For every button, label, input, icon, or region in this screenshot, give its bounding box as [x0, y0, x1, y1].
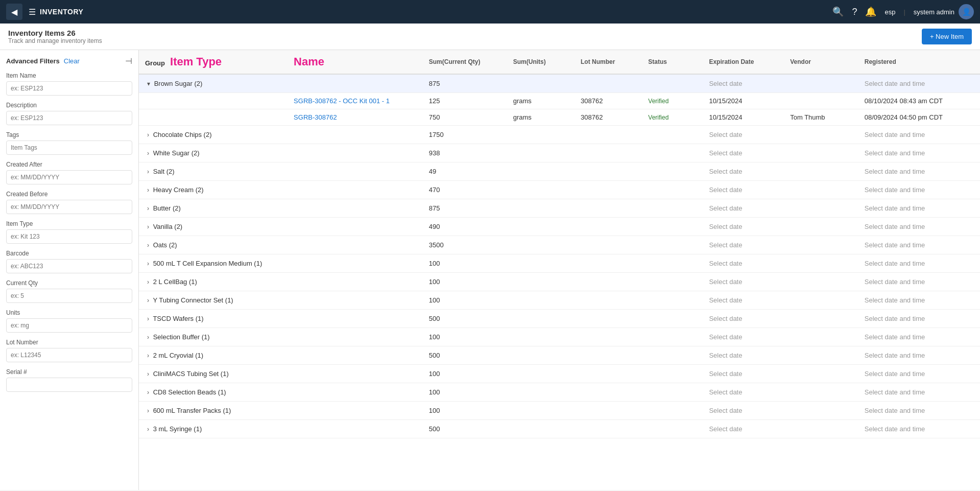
expand-button[interactable]: ›: [145, 297, 151, 304]
bell-icon-button[interactable]: 🔔: [865, 6, 876, 17]
child-sum-units-cell: grams: [507, 109, 575, 126]
table-header: Group Item Type Name Sum(Current Qty) Su…: [139, 50, 980, 74]
expand-button[interactable]: ›: [145, 205, 151, 212]
table-row[interactable]: › Y Tubing Connector Set (1) 100 Select …: [139, 291, 980, 310]
expand-button[interactable]: ›: [145, 278, 151, 286]
expand-button[interactable]: ›: [145, 223, 151, 230]
search-icon-button[interactable]: 🔍: [832, 6, 844, 17]
table-row[interactable]: › Butter (2) 875 Select date Select date…: [139, 199, 980, 218]
filter-input-item-type[interactable]: [6, 229, 132, 244]
new-item-button[interactable]: + New Item: [922, 29, 972, 44]
filter-input-current-qty[interactable]: [6, 289, 132, 303]
child-status-cell: Verified: [642, 93, 703, 109]
filter-group-barcode: Barcode: [6, 250, 132, 273]
table-row[interactable]: › CD8 Selection Beads (1) 100 Select dat…: [139, 383, 980, 402]
exp-cell: Select date: [703, 126, 784, 144]
expand-button[interactable]: ›: [145, 242, 151, 249]
clear-filters-link[interactable]: Clear: [64, 57, 80, 65]
item-link[interactable]: SGRB-308762: [294, 113, 337, 121]
table-row[interactable]: › 600 mL Transfer Packs (1) 100 Select d…: [139, 402, 980, 420]
table-row[interactable]: › 2 L CellBag (1) 100 Select date Select…: [139, 273, 980, 291]
lot-cell: [575, 291, 642, 310]
vendor-cell: [784, 365, 858, 383]
table-row[interactable]: › White Sugar (2) 938 Select date Select…: [139, 144, 980, 162]
vendor-cell: [784, 310, 858, 328]
item-link[interactable]: SGRB-308762 - OCC Kit 001 - 1: [294, 97, 390, 105]
main-layout: Advanced Filters Clear ⊣ Item NameDescri…: [0, 50, 980, 490]
table-row[interactable]: ▾ Brown Sugar (2) 875 Select date Select…: [139, 74, 980, 93]
name-cell: [288, 420, 423, 438]
page-header: Inventory Items 26 Track and manage inve…: [0, 24, 980, 50]
filter-input-lot-number[interactable]: [6, 348, 132, 362]
filter-group-current-qty: Current Qty: [6, 279, 132, 303]
exp-cell: Select date: [703, 181, 784, 199]
group-cell: › CliniMACS Tubing Set (1): [139, 365, 288, 383]
lot-cell: [575, 273, 642, 291]
table-row[interactable]: › CliniMACS Tubing Set (1) 100 Select da…: [139, 365, 980, 383]
sum-units-cell: [507, 365, 575, 383]
table-row[interactable]: › Salt (2) 49 Select date Select date an…: [139, 162, 980, 181]
vendor-cell: [784, 218, 858, 236]
sum-units-cell: [507, 310, 575, 328]
group-name: TSCD Wafers (1): [153, 315, 203, 322]
lot-cell: [575, 328, 642, 346]
table-row[interactable]: › Chocolate Chips (2) 1750 Select date S…: [139, 126, 980, 144]
filter-input-serial[interactable]: [6, 378, 132, 392]
sum-qty-cell: 100: [423, 328, 507, 346]
expand-button[interactable]: ›: [145, 150, 151, 157]
th-lot: Lot Number: [575, 50, 642, 74]
user-menu[interactable]: system admin 👤: [914, 4, 974, 19]
status-cell: [642, 199, 703, 218]
expand-button[interactable]: ›: [145, 352, 151, 359]
help-icon-button[interactable]: ?: [852, 7, 857, 17]
sidebar-collapse-button[interactable]: ⊣: [125, 56, 132, 66]
table-row[interactable]: › TSCD Wafers (1) 500 Select date Select…: [139, 310, 980, 328]
expand-button[interactable]: ›: [145, 186, 151, 194]
reg-cell: Select date and time: [858, 199, 980, 218]
expand-button[interactable]: ›: [145, 389, 151, 396]
group-cell: › Heavy Cream (2): [139, 181, 288, 199]
filter-input-item-name[interactable]: [6, 81, 132, 96]
table-row[interactable]: › 500 mL T Cell Expansion Medium (1) 100…: [139, 254, 980, 273]
filter-label-units: Units: [6, 309, 132, 316]
sum-qty-cell: 100: [423, 254, 507, 273]
page-subtitle: Track and manage inventory items: [8, 37, 102, 44]
filter-input-barcode[interactable]: [6, 259, 132, 273]
filter-label-created-after: Created After: [6, 161, 132, 168]
table-row[interactable]: › 3 mL Syringe (1) 500 Select date Selec…: [139, 420, 980, 438]
group-name: Selection Buffer (1): [153, 333, 210, 341]
expand-button[interactable]: ›: [145, 426, 151, 433]
filter-input-units[interactable]: [6, 318, 132, 333]
table-row[interactable]: › Heavy Cream (2) 470 Select date Select…: [139, 181, 980, 199]
name-cell: [288, 254, 423, 273]
group-name: Heavy Cream (2): [153, 186, 204, 194]
sum-qty-cell: 3500: [423, 236, 507, 254]
table-row[interactable]: › 2 mL Cryovial (1) 500 Select date Sele…: [139, 346, 980, 365]
filter-input-created-after[interactable]: [6, 170, 132, 184]
th-registered: Registered: [858, 50, 980, 74]
vendor-cell: [784, 199, 858, 218]
child-sum-qty-cell: 125: [423, 93, 507, 109]
table-row[interactable]: › Vanilla (2) 490 Select date Select dat…: [139, 218, 980, 236]
filter-input-description[interactable]: [6, 111, 132, 125]
filter-input-tags[interactable]: [6, 141, 132, 155]
child-lot-cell: 308762: [575, 93, 642, 109]
language-selector[interactable]: esp: [885, 8, 895, 16]
exp-cell: Select date: [703, 310, 784, 328]
expand-button[interactable]: ›: [145, 168, 151, 175]
reg-cell: Select date and time: [858, 218, 980, 236]
expand-button[interactable]: ›: [145, 370, 151, 378]
expand-button[interactable]: ›: [145, 315, 151, 322]
table-row[interactable]: › Selection Buffer (1) 100 Select date S…: [139, 328, 980, 346]
filter-input-created-before[interactable]: [6, 200, 132, 214]
lot-cell: [575, 199, 642, 218]
expand-button[interactable]: ›: [145, 334, 151, 341]
expand-button[interactable]: ›: [145, 131, 151, 138]
table-row[interactable]: › Oats (2) 3500 Select date Select date …: [139, 236, 980, 254]
lot-cell: [575, 254, 642, 273]
expand-button[interactable]: ›: [145, 407, 151, 414]
status-cell: [642, 74, 703, 93]
expand-button[interactable]: ▾: [145, 80, 152, 87]
back-button[interactable]: ◀: [6, 4, 22, 20]
expand-button[interactable]: ›: [145, 260, 151, 267]
